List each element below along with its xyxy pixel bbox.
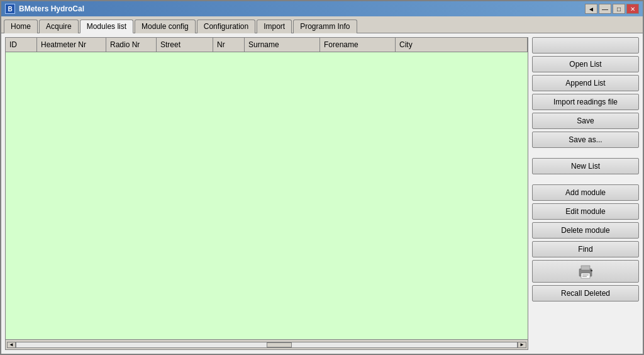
delete-module-button[interactable]: Delete module	[532, 222, 639, 239]
back-button[interactable]: ◄	[585, 4, 597, 14]
col-header-city: City	[396, 38, 528, 52]
horizontal-scrollbar[interactable]: ◄ ►	[6, 339, 528, 349]
append-list-button[interactable]: Append List	[532, 75, 639, 91]
recall-deleted-button[interactable]: Recall Deleted	[532, 285, 639, 301]
close-button[interactable]: ✕	[626, 4, 639, 14]
spacer-2	[532, 177, 639, 182]
svg-rect-2	[581, 273, 590, 278]
edit-module-button[interactable]: Edit module	[532, 203, 639, 220]
print-icon	[577, 264, 594, 279]
main-content: ID Heatmeter Nr Radio Nr Street Nr Surna…	[1, 33, 643, 354]
maximize-button[interactable]: □	[613, 4, 625, 14]
open-list-button[interactable]: Open List	[532, 56, 639, 72]
tab-programm-info[interactable]: Programm Info	[293, 20, 357, 33]
col-header-id: ID	[6, 38, 37, 52]
tab-modules-list[interactable]: Modules list	[80, 20, 133, 33]
minimize-button[interactable]: —	[599, 4, 611, 14]
app-icon: B	[5, 4, 15, 14]
tab-bar: Home Acquire Modules list Module config …	[1, 16, 643, 33]
table-body	[6, 52, 528, 339]
svg-rect-1	[581, 266, 590, 270]
col-header-surname: Surname	[245, 38, 320, 52]
titlebar: B BMeters HydroCal ◄ — □ ✕	[1, 1, 643, 16]
col-header-forename: Forename	[320, 38, 396, 52]
main-window: B BMeters HydroCal ◄ — □ ✕ Home Acquire …	[0, 0, 644, 355]
tab-acquire[interactable]: Acquire	[39, 20, 79, 33]
tab-import[interactable]: Import	[257, 20, 292, 33]
scroll-left-arrow[interactable]: ◄	[7, 342, 16, 348]
table-area: ID Heatmeter Nr Radio Nr Street Nr Surna…	[5, 37, 528, 350]
scrollbar-track[interactable]	[16, 342, 518, 348]
table-header: ID Heatmeter Nr Radio Nr Street Nr Surna…	[6, 38, 528, 52]
save-button[interactable]: Save	[532, 113, 639, 129]
svg-rect-5	[591, 270, 592, 271]
scrollbar-thumb[interactable]	[267, 342, 292, 347]
titlebar-controls: ◄ — □ ✕	[585, 4, 639, 14]
save-as-button[interactable]: Save as...	[532, 132, 639, 148]
tab-home[interactable]: Home	[4, 20, 38, 33]
scroll-right-arrow[interactable]: ►	[518, 342, 526, 348]
empty-button[interactable]	[532, 37, 639, 54]
tab-module-config[interactable]: Module config	[135, 20, 196, 33]
find-button[interactable]: Find	[532, 241, 639, 257]
import-readings-button[interactable]: Import readings file	[532, 94, 639, 110]
svg-rect-4	[582, 276, 587, 278]
sidebar: Open List Append List Import readings fi…	[532, 37, 639, 350]
svg-rect-3	[582, 274, 589, 276]
new-list-button[interactable]: New List	[532, 158, 639, 174]
col-header-radio: Radio Nr	[106, 38, 157, 52]
window-title: BMeters HydroCal	[19, 4, 84, 13]
titlebar-left: B BMeters HydroCal	[5, 4, 84, 14]
col-header-heatmeter: Heatmeter Nr	[37, 38, 106, 52]
add-module-button[interactable]: Add module	[532, 184, 639, 201]
tab-configuration[interactable]: Configuration	[197, 20, 255, 33]
spacer-1	[532, 150, 639, 155]
col-header-street: Street	[157, 38, 213, 52]
col-header-nr: Nr	[213, 38, 245, 52]
print-button[interactable]	[532, 260, 639, 283]
